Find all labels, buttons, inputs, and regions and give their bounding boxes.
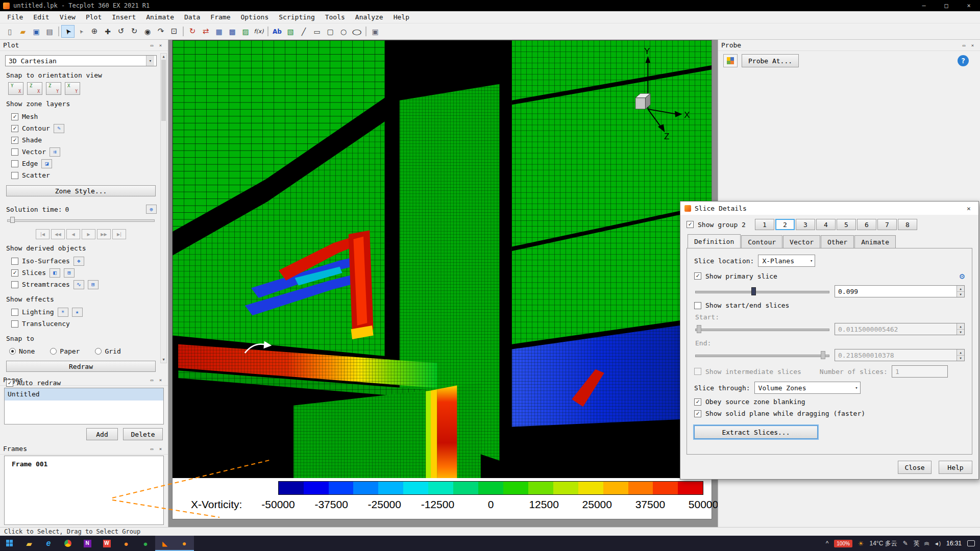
spin-up-icon[interactable]: ▲ bbox=[957, 286, 964, 292]
close-button[interactable]: × bbox=[958, 0, 980, 11]
menu-item[interactable]: Insert bbox=[107, 12, 141, 22]
slices-placement-icon[interactable]: ◧ bbox=[50, 268, 60, 278]
menu-item[interactable]: File bbox=[2, 12, 28, 22]
start-button[interactable] bbox=[0, 536, 19, 551]
zone-layer-vector[interactable]: Vector ⇉ bbox=[5, 146, 157, 158]
slider-thumb[interactable] bbox=[10, 217, 15, 223]
intermediate-checkbox[interactable] bbox=[694, 368, 701, 375]
scrollbar-thumb[interactable] bbox=[161, 60, 166, 121]
extract-slices-button[interactable]: Extract Slices... bbox=[694, 425, 818, 439]
dialog-help-button[interactable]: Help bbox=[939, 461, 972, 474]
lighting-checkbox[interactable] bbox=[11, 309, 18, 316]
probe-dataset-button[interactable] bbox=[723, 54, 738, 67]
contour-checkbox[interactable] bbox=[11, 125, 18, 132]
plot-panel-scrollbar[interactable]: ▲ ▼ bbox=[160, 53, 167, 363]
derived-streamtraces[interactable]: Streamtraces ∿ ⊞ bbox=[5, 279, 157, 290]
orientation-view-button[interactable]: ZX bbox=[27, 82, 42, 95]
image-tool-icon[interactable]: ▧ bbox=[284, 25, 297, 38]
effect-translucency[interactable]: Translucency bbox=[5, 318, 157, 330]
playback-button[interactable]: |◀ bbox=[36, 229, 50, 239]
battery-indicator[interactable]: 100% bbox=[834, 540, 852, 547]
zone-layer-edge[interactable]: Edge ◪ bbox=[5, 158, 157, 169]
solution-time-slider[interactable] bbox=[7, 217, 155, 223]
zone-style-button[interactable]: Zone Style... bbox=[6, 185, 156, 196]
end-slice-slider[interactable] bbox=[694, 350, 830, 360]
delete-page-button[interactable]: Delete bbox=[123, 428, 163, 440]
rotate-axis-icon[interactable]: ↷ bbox=[154, 25, 167, 38]
edge-browser-icon[interactable]: e bbox=[39, 536, 58, 551]
colorbar-gradient[interactable] bbox=[278, 481, 703, 495]
select-arrow-icon[interactable]: ➤ bbox=[61, 25, 75, 38]
slice-group-button[interactable]: 4 bbox=[816, 219, 836, 230]
dialog-tab[interactable]: Other bbox=[821, 235, 854, 248]
slice-group-button[interactable]: 5 bbox=[837, 219, 856, 230]
iso-details-icon[interactable]: ❖ bbox=[74, 257, 84, 266]
menu-item[interactable]: Data bbox=[179, 12, 205, 22]
maximize-button[interactable]: □ bbox=[935, 0, 958, 11]
tecplot-app-icon[interactable]: ◣ bbox=[155, 536, 175, 551]
probe-at-button[interactable]: Probe At... bbox=[742, 54, 799, 67]
rounded-rect-tool-icon[interactable]: ▢ bbox=[324, 25, 337, 38]
help-icon[interactable]: ? bbox=[958, 55, 969, 66]
scroll-up-icon[interactable]: ▲ bbox=[161, 54, 166, 60]
minimize-button[interactable]: – bbox=[913, 0, 935, 11]
lighting-sun-icon[interactable]: ☀ bbox=[58, 308, 68, 317]
menu-item[interactable]: Help bbox=[388, 12, 414, 22]
spin-up-icon[interactable]: ▲ bbox=[957, 323, 964, 330]
zone-layer-shade[interactable]: Shade bbox=[5, 134, 157, 146]
dialog-tab[interactable]: Contour bbox=[741, 235, 782, 248]
spin-down-icon[interactable]: ▼ bbox=[957, 356, 964, 361]
clock[interactable]: 16:31 bbox=[946, 540, 962, 547]
rotate-cw-icon[interactable]: ↻ bbox=[128, 25, 141, 38]
slice-location-dropdown[interactable]: X-Planes ▾ bbox=[758, 255, 815, 267]
slice-group-button[interactable]: 2 bbox=[775, 219, 795, 230]
pen-icon[interactable]: ✎ bbox=[903, 540, 908, 547]
redraw-all-icon[interactable]: ⇄ bbox=[199, 25, 212, 38]
float-panel-icon[interactable]: ▭ bbox=[960, 43, 968, 48]
open-file-icon[interactable]: ▰ bbox=[16, 25, 30, 38]
close-panel-icon[interactable]: × bbox=[156, 446, 165, 452]
tecplot-doc-icon[interactable]: ● bbox=[175, 536, 194, 551]
dialog-tab[interactable]: Animate bbox=[854, 235, 896, 248]
page-item-untitled[interactable]: Untitled bbox=[5, 388, 163, 400]
snap-to-radio[interactable]: Grid bbox=[95, 347, 120, 355]
translucency-checkbox[interactable] bbox=[11, 320, 18, 328]
slice-group-button[interactable]: 8 bbox=[898, 219, 917, 230]
zoom-box-icon[interactable]: ⊡ bbox=[167, 25, 181, 38]
save-icon[interactable]: ▣ bbox=[30, 25, 43, 38]
playback-button[interactable]: ▶| bbox=[112, 229, 126, 239]
contour-details-icon[interactable]: ✎ bbox=[54, 124, 64, 133]
spin-down-icon[interactable]: ▼ bbox=[957, 292, 964, 297]
dialog-tab[interactable]: Vector bbox=[783, 235, 820, 248]
slider-thumb[interactable] bbox=[751, 287, 756, 295]
snap-to-radio[interactable]: None bbox=[9, 347, 35, 355]
streamtraces-placement-icon[interactable]: ∿ bbox=[74, 280, 84, 289]
menu-item[interactable]: Edit bbox=[28, 12, 54, 22]
adjust-arrow-icon[interactable]: ➤ bbox=[75, 25, 88, 38]
streamtraces-details-icon[interactable]: ⊞ bbox=[88, 280, 99, 289]
add-page-button[interactable]: Add bbox=[86, 428, 118, 440]
contour-flood-icon[interactable]: ▨ bbox=[239, 25, 252, 38]
show-group-checkbox[interactable] bbox=[687, 221, 694, 228]
translate-icon[interactable]: ✚ bbox=[101, 25, 114, 38]
playback-button[interactable]: ◀ bbox=[66, 229, 80, 239]
polyline-tool-icon[interactable]: ╱ bbox=[297, 25, 310, 38]
lighting-details-icon[interactable]: ★ bbox=[72, 308, 83, 317]
start-end-checkbox[interactable] bbox=[694, 302, 701, 309]
menu-item[interactable]: Frame bbox=[205, 12, 235, 22]
num-slices-spinner[interactable]: 1 bbox=[892, 365, 948, 378]
close-panel-icon[interactable]: × bbox=[968, 43, 977, 48]
show-primary-checkbox[interactable] bbox=[694, 272, 701, 280]
scroll-down-icon[interactable]: ▼ bbox=[161, 357, 166, 363]
green-app-icon[interactable]: ● bbox=[136, 536, 155, 551]
menu-item[interactable]: Options bbox=[235, 12, 274, 22]
slices-details-icon[interactable]: ⊞ bbox=[64, 268, 75, 278]
plot-canvas[interactable]: Y X Z X-Vorticity: -50000 bbox=[172, 40, 712, 519]
derived-iso-surfaces[interactable]: Iso-Surfaces ❖ bbox=[5, 255, 157, 267]
text-tool-icon[interactable]: Ab bbox=[271, 25, 284, 38]
dialog-tab[interactable]: Definition bbox=[688, 234, 741, 248]
snap-to-radio[interactable]: Paper bbox=[50, 347, 80, 355]
zone-layer-scatter[interactable]: Scatter bbox=[5, 169, 157, 181]
streamtraces-checkbox[interactable] bbox=[11, 281, 18, 288]
auto-redraw-checkbox[interactable] bbox=[6, 380, 13, 387]
